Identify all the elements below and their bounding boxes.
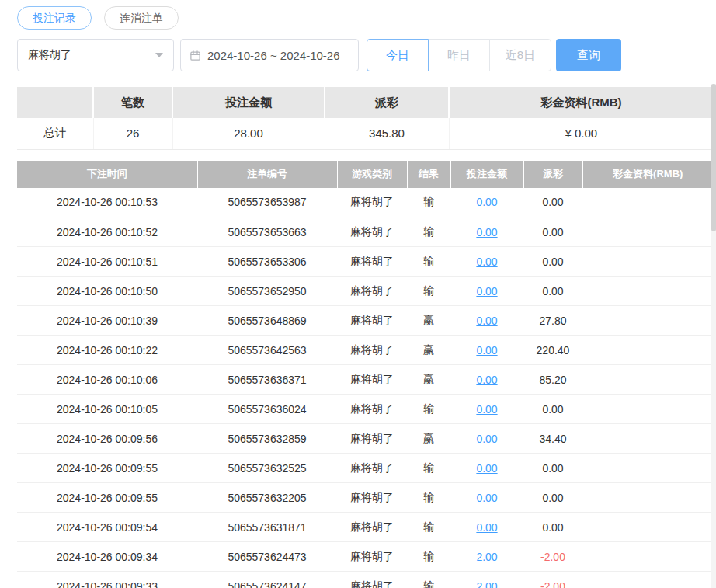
- scrollbar[interactable]: [711, 84, 716, 588]
- table-row: 2024-10-26 00:10:515065573653306麻将胡了输0.0…: [17, 247, 713, 277]
- yesterday-button[interactable]: 昨日: [428, 39, 490, 71]
- bonus-cell: [582, 247, 713, 277]
- bet-amount-cell: 0.00: [450, 395, 523, 424]
- bet-amount-cell: 0.00: [450, 217, 523, 247]
- bonus-cell: [582, 513, 713, 542]
- bet-amount-link[interactable]: 0.00: [476, 403, 497, 416]
- bet-time-cell: 2024-10-26 00:09:54: [17, 513, 197, 542]
- bonus-cell: [582, 454, 713, 483]
- bet-amount-link[interactable]: 0.00: [476, 492, 497, 504]
- table-row: 2024-10-26 00:09:555065573632205麻将胡了输0.0…: [17, 483, 713, 513]
- game-type-cell: 麻将胡了: [337, 513, 407, 542]
- bonus-cell: [582, 336, 713, 365]
- header-order-id: 注单编号: [197, 161, 337, 188]
- summary-table: 笔数 投注金额 派彩 彩金资料(RMB) 总计 26 28.00 345.80 …: [17, 87, 713, 150]
- order-id-cell: 5065573632525: [197, 454, 337, 483]
- date-range-picker[interactable]: 2024-10-26 ~ 2024-10-26: [180, 39, 359, 71]
- bet-time-cell: 2024-10-26 00:10:05: [17, 395, 197, 424]
- query-button[interactable]: 查询: [556, 39, 621, 71]
- bet-amount-link[interactable]: 0.00: [476, 433, 497, 445]
- table-row: 2024-10-26 00:10:055065573636024麻将胡了输0.0…: [17, 395, 713, 424]
- summary-header-payout: 派彩: [325, 87, 449, 118]
- bet-amount-link[interactable]: 0.00: [476, 521, 497, 534]
- bet-amount-link[interactable]: 0.00: [476, 315, 497, 327]
- game-type-cell: 麻将胡了: [337, 483, 407, 513]
- bet-time-cell: 2024-10-26 00:10:22: [17, 336, 197, 365]
- bet-amount-cell: 0.00: [450, 188, 523, 217]
- header-bet-time: 下注时间: [17, 161, 197, 188]
- bet-time-cell: 2024-10-26 00:09:55: [17, 483, 197, 513]
- quick-date-buttons: 今日 昨日 近8日: [367, 39, 551, 71]
- header-result: 结果: [407, 161, 450, 188]
- last8days-button[interactable]: 近8日: [489, 39, 551, 71]
- header-game-type: 游戏类别: [337, 161, 407, 188]
- game-select[interactable]: 麻将胡了: [17, 39, 174, 71]
- order-id-cell: 5065573653306: [197, 247, 337, 277]
- bet-amount-link[interactable]: 0.00: [476, 256, 497, 268]
- game-type-cell: 麻将胡了: [337, 424, 407, 454]
- bet-time-cell: 2024-10-26 00:09:34: [17, 542, 197, 572]
- table-row: 2024-10-26 00:10:535065573653987麻将胡了输0.0…: [17, 188, 713, 217]
- payout-cell: 27.80: [523, 306, 582, 336]
- summary-header-empty: [17, 87, 93, 118]
- game-type-cell: 麻将胡了: [337, 277, 407, 306]
- game-type-cell: 麻将胡了: [337, 395, 407, 424]
- bet-amount-cell: 0.00: [450, 365, 523, 395]
- order-id-cell: 5065573652950: [197, 277, 337, 306]
- table-row: 2024-10-26 00:10:525065573653663麻将胡了输0.0…: [17, 217, 713, 247]
- bonus-cell: [582, 572, 713, 588]
- tab-betting-records[interactable]: 投注记录: [17, 6, 92, 30]
- bet-amount-cell: 0.00: [450, 454, 523, 483]
- records-table-body: 2024-10-26 00:10:535065573653987麻将胡了输0.0…: [17, 188, 713, 588]
- order-id-cell: 5065573653663: [197, 217, 337, 247]
- payout-cell: 34.40: [523, 424, 582, 454]
- bet-amount-cell: 0.00: [450, 513, 523, 542]
- records-table: 下注时间 注单编号 游戏类别 结果 投注金额 派彩 彩金资料(RMB) 2024…: [17, 161, 713, 588]
- bet-amount-link[interactable]: 0.00: [476, 374, 497, 386]
- payout-cell: 0.00: [523, 188, 582, 217]
- bet-amount-link[interactable]: 2.00: [476, 551, 497, 563]
- game-type-cell: 麻将胡了: [337, 542, 407, 572]
- today-button[interactable]: 今日: [367, 39, 429, 71]
- order-id-cell: 5065573636024: [197, 395, 337, 424]
- bonus-cell: [582, 306, 713, 336]
- bet-amount-link[interactable]: 0.00: [476, 196, 497, 208]
- game-type-cell: 麻将胡了: [337, 336, 407, 365]
- table-row: 2024-10-26 00:09:345065573624473麻将胡了输2.0…: [17, 542, 713, 572]
- result-cell: 赢: [407, 336, 450, 365]
- top-tabs: 投注记录 连消注单: [17, 6, 713, 30]
- bonus-cell: [582, 217, 713, 247]
- payout-cell: -2.00: [523, 542, 582, 572]
- summary-total-row: 总计 26 28.00 345.80 ¥ 0.00: [17, 118, 713, 149]
- bet-amount-cell: 2.00: [450, 572, 523, 588]
- bet-time-cell: 2024-10-26 00:09:56: [17, 424, 197, 454]
- bet-time-cell: 2024-10-26 00:10:39: [17, 306, 197, 336]
- header-bonus: 彩金资料(RMB): [582, 161, 713, 188]
- records-header-row: 下注时间 注单编号 游戏类别 结果 投注金额 派彩 彩金资料(RMB): [17, 161, 713, 188]
- result-cell: 输: [407, 454, 450, 483]
- payout-cell: 85.20: [523, 365, 582, 395]
- game-type-cell: 麻将胡了: [337, 217, 407, 247]
- result-cell: 赢: [407, 424, 450, 454]
- table-row: 2024-10-26 00:09:565065573632859麻将胡了赢0.0…: [17, 424, 713, 454]
- bet-amount-link[interactable]: 0.00: [476, 285, 497, 297]
- chevron-down-icon: [155, 53, 163, 57]
- calendar-icon: [189, 50, 201, 61]
- payout-cell: 0.00: [523, 513, 582, 542]
- payout-cell: 0.00: [523, 483, 582, 513]
- result-cell: 赢: [407, 365, 450, 395]
- scrollbar-thumb[interactable]: [711, 84, 716, 231]
- bonus-cell: [582, 277, 713, 306]
- bet-amount-link[interactable]: 0.00: [476, 462, 497, 475]
- summary-bonus-value: ¥ 0.00: [449, 118, 713, 149]
- bet-amount-link[interactable]: 0.00: [476, 226, 497, 238]
- tab-cancelled-orders[interactable]: 连消注单: [104, 6, 179, 30]
- game-type-cell: 麻将胡了: [337, 572, 407, 588]
- summary-header-count: 笔数: [93, 87, 172, 118]
- game-type-cell: 麻将胡了: [337, 306, 407, 336]
- table-row: 2024-10-26 00:09:335065573624147麻将胡了输2.0…: [17, 572, 713, 588]
- bet-amount-link[interactable]: 2.00: [476, 580, 497, 588]
- result-cell: 输: [407, 542, 450, 572]
- bet-amount-cell: 0.00: [450, 483, 523, 513]
- bet-amount-link[interactable]: 0.00: [476, 344, 497, 357]
